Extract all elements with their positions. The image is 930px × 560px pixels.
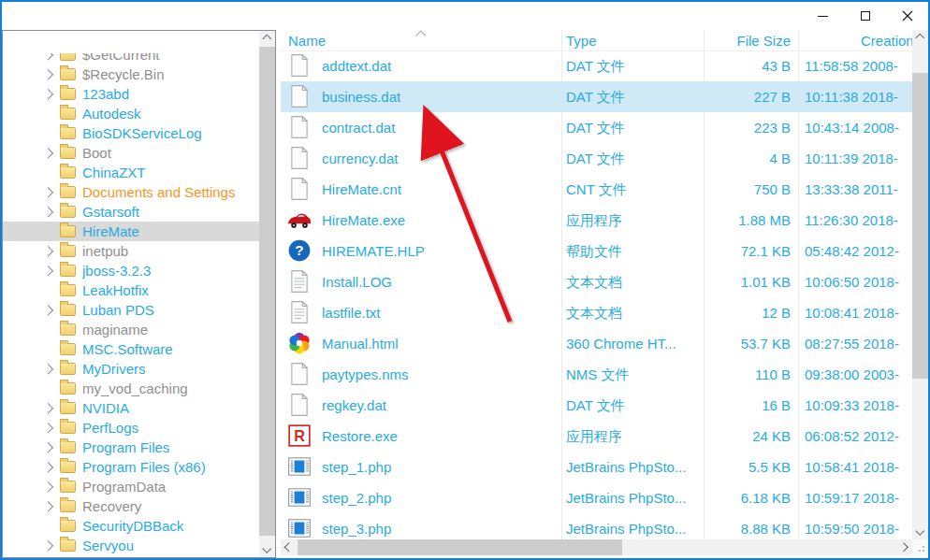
- expand-chevron-icon[interactable]: [45, 267, 60, 275]
- file-row-business-dat[interactable]: business.datDAT 文件227 B10:11:38 2018-: [281, 81, 912, 112]
- file-row-paytypes-nms[interactable]: paytypes.nmsNMS 文件110 B09:38:00 2003-: [281, 359, 912, 390]
- file-row-regkey-dat[interactable]: regkey.datDAT 文件16 B10:09:33 2018-: [281, 390, 912, 421]
- folder-icon: [60, 186, 76, 198]
- tree-item-leakhotfix[interactable]: LeakHotfix: [3, 280, 259, 300]
- file-row-lastfile-txt[interactable]: lastfile.txt文本文档12 B10:08:41 2018-: [281, 297, 912, 328]
- expand-chevron-icon[interactable]: [45, 464, 60, 471]
- maximize-button[interactable]: [844, 2, 886, 30]
- tree-item-maginame[interactable]: maginame: [3, 320, 259, 339]
- tree-item-programdata[interactable]: ProgramData: [3, 477, 259, 496]
- file-row-hiremate-exe[interactable]: HireMate.exe应用程序1.88 MB11:26:30 2018-: [281, 205, 912, 236]
- list-scroll-up-button[interactable]: [912, 30, 928, 46]
- column-header-created[interactable]: Creation Time: [861, 30, 912, 52]
- file-row-manual-html[interactable]: Manual.html360 Chrome HT...53.7 KB08:27:…: [281, 328, 912, 359]
- titlebar[interactable]: [2, 2, 928, 30]
- list-scroll-right-button[interactable]: [896, 539, 912, 555]
- tree-item-luban-pds[interactable]: Luban PDS: [3, 300, 259, 320]
- folder-icon: [60, 500, 76, 512]
- blank-file-icon: [287, 393, 312, 417]
- tree-item-securitydbback[interactable]: SecurityDBBack: [3, 516, 259, 536]
- minimize-button[interactable]: [802, 2, 844, 30]
- file-rows: addtext.datDAT 文件43 B11:58:58 2008-busin…: [281, 50, 912, 539]
- folder-tree-panel: $GetCurrent$Recycle.Bin123abdAutodeskBio…: [2, 30, 276, 558]
- file-row-addtext-dat[interactable]: addtext.datDAT 文件43 B11:58:58 2008-: [281, 50, 912, 81]
- list-scrollbar-thumb[interactable]: [912, 73, 928, 379]
- tree-item-msc-software[interactable]: MSC.Software: [3, 339, 259, 359]
- tree-item-label: HireMate: [82, 223, 139, 239]
- file-row-contract-dat[interactable]: contract.datDAT 文件223 B10:43:14 2008-: [281, 112, 912, 143]
- tree-item-getcurrent[interactable]: $GetCurrent: [3, 53, 259, 65]
- expand-chevron-icon[interactable]: [45, 542, 60, 550]
- expand-chevron-icon[interactable]: [45, 444, 60, 452]
- expand-chevron-icon[interactable]: [45, 248, 60, 255]
- tree-item-autodesk[interactable]: Autodesk: [3, 104, 259, 123]
- list-scroll-down-button[interactable]: [912, 524, 928, 539]
- tree-item-mydrivers[interactable]: MyDrivers: [3, 359, 259, 379]
- tree-item-recycle-bin[interactable]: $Recycle.Bin: [3, 65, 259, 84]
- file-name: HireMate.cnt: [322, 174, 401, 205]
- tree-item-recovery[interactable]: Recovery: [3, 496, 259, 516]
- folder-icon: [60, 108, 76, 120]
- tree-item-program-files[interactable]: Program Files: [3, 438, 259, 457]
- folder-tree: $GetCurrent$Recycle.Bin123abdAutodeskBio…: [3, 53, 259, 557]
- minimize-icon: [818, 16, 828, 17]
- tree-vertical-scrollbar[interactable]: [259, 31, 275, 557]
- tree-item-123abd[interactable]: 123abd: [3, 84, 259, 104]
- list-horizontal-scrollbar[interactable]: [281, 539, 912, 555]
- list-vertical-scrollbar[interactable]: [912, 30, 928, 539]
- tree-item-my-vod-caching[interactable]: my_vod_caching: [3, 379, 259, 398]
- tree-item-jboss-3-2-3[interactable]: jboss-3.2.3: [3, 261, 259, 280]
- expand-chevron-icon[interactable]: [45, 424, 60, 432]
- file-row-restore-exe[interactable]: RRestore.exe应用程序24 KB06:08:52 2012-: [281, 421, 912, 452]
- help-icon: ?: [287, 238, 312, 263]
- column-header-type[interactable]: Type: [566, 30, 597, 52]
- expand-chevron-icon[interactable]: [45, 71, 60, 79]
- file-name: addtext.dat: [322, 50, 391, 81]
- tree-item-boot[interactable]: Boot: [3, 143, 259, 163]
- tree-item-servyou[interactable]: Servyou: [3, 536, 259, 555]
- resize-grip[interactable]: [912, 539, 928, 555]
- chevron-right-icon: [43, 501, 53, 511]
- expand-chevron-icon[interactable]: [45, 366, 60, 373]
- folder-icon: [60, 88, 76, 100]
- expand-chevron-icon[interactable]: [45, 208, 60, 216]
- tree-scroll-down-button[interactable]: [259, 541, 275, 557]
- expand-chevron-icon[interactable]: [45, 405, 60, 412]
- file-row-step-3-php[interactable]: step_3.phpJetBrains PhpSto...8.88 KB10:5…: [281, 513, 912, 539]
- chevron-right-icon: [900, 543, 908, 552]
- file-row-hiremate-hlp[interactable]: ?HIREMATE.HLP帮助文件72.1 KB05:48:42 2012-: [281, 236, 912, 266]
- expand-chevron-icon[interactable]: [45, 150, 60, 157]
- file-row-step-1-php[interactable]: step_1.phpJetBrains PhpSto...5.5 KB10:58…: [281, 452, 912, 482]
- tree-item-biosdkservicelog[interactable]: BioSDKServiceLog: [3, 123, 259, 143]
- tree-item-inetpub[interactable]: inetpub: [3, 241, 259, 261]
- tree-item-gstarsoft[interactable]: Gstarsoft: [3, 202, 259, 222]
- car-icon: [287, 208, 312, 232]
- tree-item-hiremate[interactable]: HireMate: [3, 222, 259, 241]
- expand-chevron-icon[interactable]: [45, 91, 60, 98]
- chevron-right-icon: [43, 266, 53, 276]
- expand-chevron-icon[interactable]: [45, 307, 60, 314]
- close-button[interactable]: [886, 2, 928, 30]
- file-name: step_3.php: [322, 513, 391, 539]
- expand-chevron-icon[interactable]: [45, 503, 60, 510]
- list-hscrollbar-thumb[interactable]: [298, 539, 622, 555]
- tree-item-chinazxt[interactable]: ChinaZXT: [3, 163, 259, 182]
- file-row-install-log[interactable]: Install.LOG文本文档1.01 KB10:06:50 2018-: [281, 266, 912, 297]
- file-row-hiremate-cnt[interactable]: HireMate.cntCNT 文件750 B13:33:38 2011-: [281, 174, 912, 205]
- chevron-right-icon: [43, 53, 53, 60]
- tree-item-program-files-x86[interactable]: Program Files (x86): [3, 457, 259, 477]
- expand-chevron-icon[interactable]: [45, 189, 60, 196]
- tree-scroll-up-button[interactable]: [259, 31, 275, 47]
- tree-scrollbar-thumb[interactable]: [259, 47, 275, 536]
- expand-chevron-icon[interactable]: [45, 483, 60, 491]
- column-header-size[interactable]: File Size: [608, 30, 791, 52]
- column-header-name[interactable]: Name: [288, 30, 326, 52]
- text-file-icon: [287, 269, 312, 294]
- file-row-currency-dat[interactable]: currency.datDAT 文件4 B10:11:39 2018-: [281, 143, 912, 174]
- expand-chevron-icon[interactable]: [45, 53, 60, 58]
- file-row-step-2-php[interactable]: step_2.phpJetBrains PhpSto...6.18 KB10:5…: [281, 482, 912, 513]
- tree-item-nvidia[interactable]: NVIDIA: [3, 398, 259, 418]
- list-scroll-left-button[interactable]: [281, 539, 297, 555]
- tree-item-perflogs[interactable]: PerfLogs: [3, 418, 259, 438]
- tree-item-documents-and-settings[interactable]: Documents and Settings: [3, 182, 259, 202]
